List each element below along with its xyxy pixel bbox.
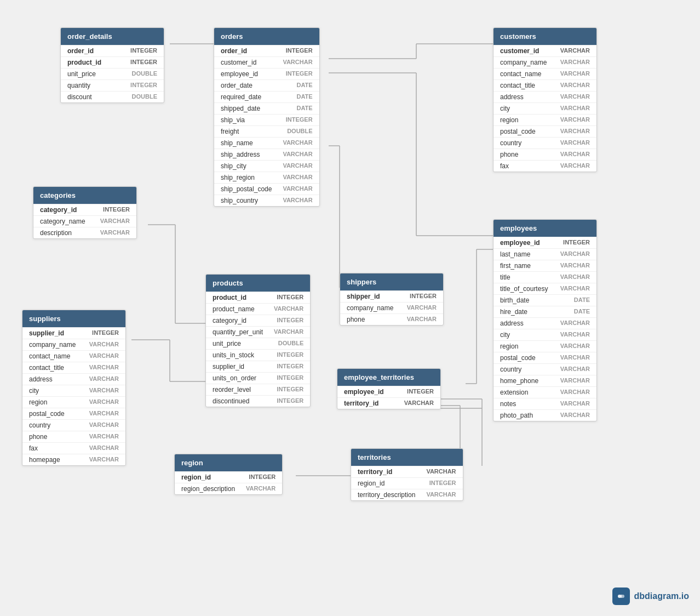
table-row: company_nameVARCHAR bbox=[494, 56, 596, 68]
col-name: product_name bbox=[213, 305, 255, 313]
col-name: unit_price bbox=[67, 70, 96, 78]
col-type: VARCHAR bbox=[560, 400, 590, 408]
col-type: INTEGER bbox=[277, 397, 303, 405]
table-row: notesVARCHAR bbox=[494, 398, 596, 409]
table-row: home_phoneVARCHAR bbox=[494, 375, 596, 386]
col-name: postal_code bbox=[500, 128, 536, 135]
col-type: VARCHAR bbox=[89, 398, 119, 406]
col-name: fax bbox=[29, 444, 38, 452]
col-type: VARCHAR bbox=[89, 444, 119, 452]
col-type: VARCHAR bbox=[560, 139, 590, 147]
col-name: employee_id bbox=[500, 239, 540, 247]
table-row: hire_dateDATE bbox=[494, 306, 596, 317]
col-type: VARCHAR bbox=[246, 485, 276, 493]
col-type: VARCHAR bbox=[89, 387, 119, 395]
table-row: units_on_orderINTEGER bbox=[206, 372, 310, 384]
col-type: VARCHAR bbox=[426, 491, 456, 499]
table-row: extensionVARCHAR bbox=[494, 386, 596, 398]
col-name: region bbox=[500, 116, 518, 124]
svg-point-27 bbox=[621, 595, 624, 598]
table-row: ship_viaINTEGER bbox=[214, 114, 319, 126]
col-name: title_of_courtesy bbox=[500, 285, 548, 293]
col-type: VARCHAR bbox=[560, 128, 590, 135]
col-name: postal_code bbox=[29, 410, 65, 418]
col-type: VARCHAR bbox=[89, 456, 119, 464]
col-type: VARCHAR bbox=[560, 366, 590, 373]
table-row: unit_priceDOUBLE bbox=[206, 338, 310, 349]
col-name: quantity bbox=[67, 82, 90, 89]
table-row: countryVARCHAR bbox=[494, 137, 596, 149]
col-name: freight bbox=[221, 128, 239, 135]
col-type: INTEGER bbox=[286, 47, 313, 55]
table-row: cityVARCHAR bbox=[494, 329, 596, 340]
table-row: region_idINTEGER bbox=[351, 477, 463, 489]
table-row: postal_codeVARCHAR bbox=[494, 126, 596, 137]
col-name: discontinued bbox=[213, 397, 249, 405]
col-name: city bbox=[500, 331, 510, 339]
col-type: VARCHAR bbox=[407, 316, 437, 323]
table-region: regionregion_idINTEGERregion_description… bbox=[174, 454, 283, 495]
table-row: discountDOUBLE bbox=[61, 91, 164, 102]
table-row: customer_idVARCHAR bbox=[494, 45, 596, 56]
col-type: INTEGER bbox=[277, 386, 303, 393]
table-row: supplier_idINTEGER bbox=[206, 361, 310, 372]
table-order_details: order_detailsorder_idINTEGERproduct_idIN… bbox=[60, 27, 164, 103]
col-name: address bbox=[500, 93, 524, 101]
table-row: product_idINTEGER bbox=[61, 56, 164, 68]
table-row: shipped_dateDATE bbox=[214, 102, 319, 114]
col-name: supplier_id bbox=[29, 329, 64, 337]
table-row: titleVARCHAR bbox=[494, 271, 596, 283]
col-name: region_description bbox=[181, 485, 235, 493]
col-type: VARCHAR bbox=[89, 341, 119, 349]
table-row: contact_titleVARCHAR bbox=[494, 79, 596, 91]
col-type: VARCHAR bbox=[283, 197, 312, 204]
col-type: VARCHAR bbox=[89, 375, 119, 383]
table-row: unit_priceDOUBLE bbox=[61, 68, 164, 79]
col-type: VARCHAR bbox=[89, 352, 119, 360]
col-name: category_name bbox=[40, 218, 85, 225]
col-type: VARCHAR bbox=[283, 185, 312, 193]
col-name: category_id bbox=[213, 317, 246, 324]
col-type: INTEGER bbox=[277, 351, 303, 359]
col-type: INTEGER bbox=[286, 70, 313, 78]
table-row: required_dateDATE bbox=[214, 91, 319, 102]
col-name: territory_description bbox=[358, 491, 415, 499]
col-name: units_on_order bbox=[213, 374, 256, 382]
col-type: INTEGER bbox=[277, 363, 303, 370]
col-type: VARCHAR bbox=[560, 412, 590, 419]
table-row: birth_dateDATE bbox=[494, 294, 596, 306]
col-name: ship_via bbox=[221, 116, 245, 124]
col-type: DOUBLE bbox=[132, 70, 157, 78]
col-name: ship_region bbox=[221, 174, 255, 181]
col-name: fax bbox=[500, 162, 509, 170]
col-type: VARCHAR bbox=[283, 151, 312, 158]
col-name: first_name bbox=[500, 262, 531, 270]
table-row: first_nameVARCHAR bbox=[494, 260, 596, 271]
col-name: required_date bbox=[221, 93, 261, 101]
logo-area: dbdiagram.io bbox=[612, 588, 689, 605]
col-name: region_id bbox=[181, 474, 211, 481]
col-type: VARCHAR bbox=[100, 229, 130, 237]
col-type: INTEGER bbox=[277, 374, 303, 382]
col-type: VARCHAR bbox=[283, 174, 312, 181]
col-name: contact_title bbox=[29, 364, 64, 372]
table-row: employee_idINTEGER bbox=[214, 68, 319, 79]
col-type: INTEGER bbox=[92, 329, 119, 337]
col-name: country bbox=[500, 366, 521, 373]
table-row: phoneVARCHAR bbox=[22, 431, 125, 442]
table-header-categories: categories bbox=[33, 187, 136, 204]
col-name: description bbox=[40, 229, 72, 237]
table-customers: customerscustomer_idVARCHARcompany_nameV… bbox=[493, 27, 597, 172]
col-type: VARCHAR bbox=[560, 273, 590, 281]
col-name: company_name bbox=[500, 59, 547, 66]
table-row: quantityINTEGER bbox=[61, 79, 164, 91]
col-name: employee_id bbox=[344, 388, 384, 396]
col-name: supplier_id bbox=[213, 363, 244, 370]
col-name: customer_id bbox=[221, 59, 256, 66]
col-type: INTEGER bbox=[286, 116, 313, 124]
table-row: territory_idVARCHAR bbox=[351, 466, 463, 477]
col-type: VARCHAR bbox=[274, 328, 303, 336]
col-name: photo_path bbox=[500, 412, 533, 419]
table-row: photo_pathVARCHAR bbox=[494, 409, 596, 421]
col-type: DOUBLE bbox=[132, 93, 157, 101]
